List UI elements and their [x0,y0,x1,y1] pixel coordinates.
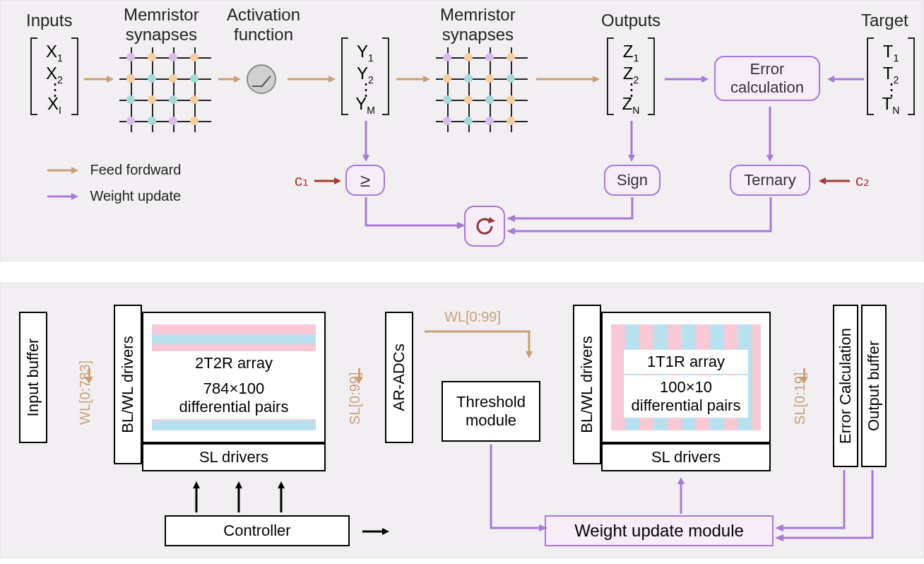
hardware-diagram: Input buffer WL[0:783] BL/WL drivers 2T2… [0,283,924,558]
crossbar-2 [436,47,528,132]
block-output-buffer: Output buffer [861,305,887,467]
svg-marker-32 [526,351,533,358]
svg-marker-0 [488,217,495,223]
svg-marker-36 [235,481,242,488]
block-error-calculation: Error calculation [714,56,820,101]
svg-marker-8 [234,76,241,83]
legend-weight-update: Weight update [90,188,181,204]
svg-marker-29 [457,222,466,229]
arrow-wu-up [676,476,686,517]
block-sign: Sign [604,165,661,196]
label-2t2r-sub: 784×100 differential pairs [143,377,324,419]
vector-x: X1 X2 ⋮ XI [33,37,76,115]
svg-marker-12 [423,76,430,83]
arrow-y-down [361,119,371,165]
block-sl-drivers-2: SL drivers [601,443,771,471]
vector-z: Z1 Z2 ⋮ ZN [610,37,652,115]
label-memristor-synapses-1: Memristor synapses [124,5,199,45]
label-outputs: Outputs [601,11,661,30]
svg-marker-16 [701,76,709,83]
arrow-ff-3 [286,74,336,87]
legend: Feed fordward Weight update [46,162,181,204]
block-input-buffer: Input buffer [19,312,47,443]
block-weight-update-module: Weight update module [545,515,774,546]
arrow-thresh-to-wu [487,443,547,536]
arrow-z-down [627,119,636,165]
arrow-ff-1 [83,74,114,87]
arrow-err-down [765,105,775,165]
arrow-wl-783-icon [88,368,90,382]
arrow-ctrl-up-3 [276,480,286,515]
const-c1: c₁ [295,172,309,190]
block-controller: Controller [165,515,350,546]
svg-marker-10 [328,76,336,83]
svg-marker-18 [827,76,834,83]
arrow-ctrl-right [361,527,389,539]
label-activation-function: Activation function [227,5,300,45]
label-inputs: Inputs [26,11,72,30]
arrow-sl-19-icon [803,368,805,382]
label-1t1r-sub: 100×10 differential pairs [624,375,748,418]
update-cycle-icon [464,206,505,247]
arrow-c2 [817,176,850,189]
arrow-sl-99-icon [358,368,360,382]
block-blwl-drivers-2: BL/WL drivers [573,305,601,464]
svg-marker-41 [539,524,547,531]
block-blwl-drivers-1: BL/WL drivers [114,305,142,464]
block-gte: ≥ [345,165,385,196]
svg-marker-6 [107,76,114,83]
svg-marker-2 [71,167,78,174]
svg-marker-14 [593,76,600,83]
label-target: Target [861,11,908,30]
svg-marker-26 [334,177,341,184]
block-1t1r-array: 1T1R array 100×10 differential pairs [601,312,771,443]
svg-marker-4 [71,193,78,200]
legend-feed-forward: Feed fordward [90,162,181,177]
arrow-ctrl-up-1 [191,480,201,515]
label-1t1r-title: 1T1R array [624,350,748,374]
svg-marker-38 [278,481,285,488]
activation-function-icon [247,64,276,94]
arrow-c1 [313,176,341,189]
svg-marker-31 [507,228,515,235]
block-2t2r-array: 2T2R array 784×100 differential pairs [142,312,326,443]
label-wl-0-783: WL[0:783] [77,360,93,425]
arrow-ternary-to-cycle [505,197,775,240]
arrow-wl-99 [423,326,550,361]
algorithm-diagram: Inputs Memristor synapses Activation fun… [0,0,924,262]
block-threshold-module: Threshold module [442,381,540,442]
arrow-outbuf-to-wu [774,469,878,546]
label-2t2r-title: 2T2R array [143,351,324,375]
const-c2: c₂ [855,172,870,190]
svg-marker-20 [362,155,369,162]
block-error-calc-vert: Error Calculation [833,305,858,467]
arrow-ff-2 [217,74,241,87]
vector-y: Y1 Y2 ⋮ YM [344,37,386,115]
block-sl-drivers-1: SL drivers [142,443,326,471]
arrow-ctrl-up-2 [234,480,244,515]
svg-marker-28 [819,177,826,184]
svg-marker-43 [677,477,685,484]
arrow-z-to-err [663,74,709,87]
svg-marker-45 [775,534,783,541]
svg-marker-40 [382,528,389,535]
label-memristor-synapses-2: Memristor synapses [440,5,516,45]
svg-marker-34 [193,481,200,488]
arrow-t-to-err [826,74,864,87]
vector-t: T1 T2 ⋮ TN [870,37,912,115]
arrow-ff-4 [395,74,430,87]
crossbar-1 [119,47,211,132]
svg-marker-24 [766,155,774,162]
label-wl-0-99: WL[0:99] [444,309,501,325]
svg-marker-22 [628,155,635,162]
arrow-gte-to-cycle [362,197,466,234]
arrow-ff-5 [535,74,600,87]
block-ar-adcs: AR-ADCs [385,312,413,443]
block-ternary: Ternary [730,165,810,196]
